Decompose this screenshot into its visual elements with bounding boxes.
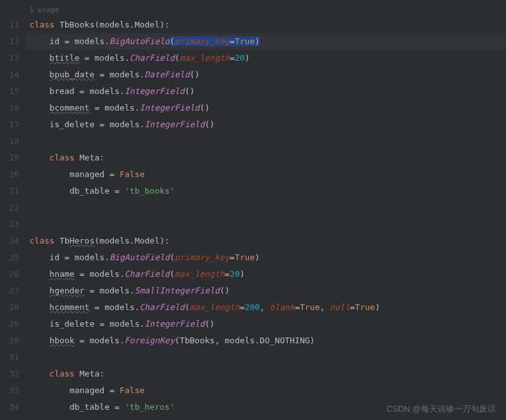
line-number: 19	[0, 150, 19, 166]
code-editor[interactable]: 11 12 13 14 15 16 17 18 19 20 21 22 23 2…	[0, 0, 506, 420]
code-content[interactable]: 1 usage class TbBooks(models.Model): id …	[26, 0, 506, 420]
code-line-active[interactable]: id = models.BigAutoField(primary_key=Tru…	[26, 33, 506, 50]
code-line[interactable]: db_table = 'tb_books'	[26, 183, 506, 199]
code-line[interactable]: hname = models.CharField(max_length=20)	[26, 266, 506, 283]
line-number: 33	[0, 382, 19, 399]
code-line-blank[interactable]	[26, 133, 506, 150]
code-line[interactable]: class TbBooks(models.Model):	[26, 17, 506, 33]
code-line[interactable]: managed = False	[26, 166, 506, 183]
line-number: 34	[0, 399, 19, 416]
line-number: 13	[0, 50, 19, 66]
line-number-gutter: 11 12 13 14 15 16 17 18 19 20 21 22 23 2…	[0, 0, 26, 420]
line-number: 28	[0, 299, 19, 316]
line-number: 21	[0, 183, 19, 199]
code-line[interactable]: btitle = models.CharField(max_length=20)	[26, 50, 506, 66]
line-number: 25	[0, 249, 19, 266]
code-line[interactable]: hbook = models.ForeignKey(TbBooks, model…	[26, 332, 506, 349]
line-number: 24	[0, 233, 19, 249]
code-line-blank[interactable]	[26, 349, 506, 366]
line-number: 11	[0, 17, 19, 33]
line-number: 26	[0, 266, 19, 283]
line-number: 22	[0, 199, 19, 216]
line-number: 15	[0, 83, 19, 100]
line-number: 32	[0, 366, 19, 382]
line-number: 23	[0, 216, 19, 233]
line-number: 29	[0, 316, 19, 332]
code-line[interactable]: managed = False	[26, 382, 506, 399]
code-line[interactable]: hcomment = models.CharField(max_length=2…	[26, 299, 506, 316]
line-number: 20	[0, 166, 19, 183]
usage-hint[interactable]: 1 usage	[26, 3, 506, 17]
code-line-blank[interactable]	[26, 199, 506, 216]
line-number: 16	[0, 100, 19, 116]
code-line[interactable]: class Meta:	[26, 150, 506, 166]
code-line[interactable]: bpub_date = models.DateField()	[26, 66, 506, 83]
line-number: 17	[0, 116, 19, 133]
line-number: 14	[0, 66, 19, 83]
line-number: 31	[0, 349, 19, 366]
code-line[interactable]: hgender = models.SmallIntegerField()	[26, 283, 506, 299]
code-line[interactable]: is_delete = models.IntegerField()	[26, 116, 506, 133]
code-line[interactable]: db_table = 'tb_heros'	[26, 399, 506, 416]
line-number: 30	[0, 332, 19, 349]
code-line[interactable]: class TbHeros(models.Model):	[26, 233, 506, 249]
code-line[interactable]: id = models.BigAutoField(primary_key=Tru…	[26, 249, 506, 266]
code-line-blank[interactable]	[26, 216, 506, 233]
line-number: 18	[0, 133, 19, 150]
code-line[interactable]: bread = models.IntegerField()	[26, 83, 506, 100]
line-number: 27	[0, 283, 19, 299]
line-number: 12	[0, 33, 19, 50]
code-line[interactable]: bcomment = models.IntegerField()	[26, 100, 506, 116]
code-line[interactable]: is_delete = models.IntegerField()	[26, 316, 506, 332]
code-line[interactable]: class Meta:	[26, 366, 506, 382]
